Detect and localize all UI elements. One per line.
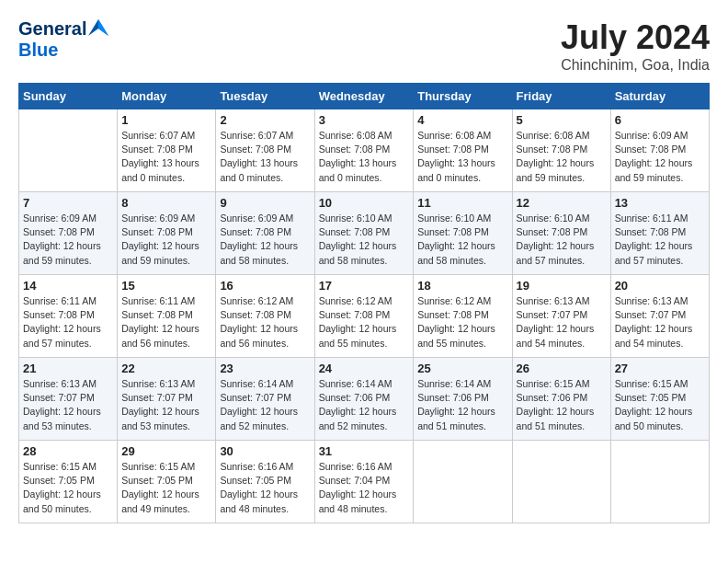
day-number: 27 (615, 362, 705, 375)
day-detail: Sunrise: 6:07 AMSunset: 7:08 PMDaylight:… (220, 129, 310, 185)
day-detail: Sunrise: 6:08 AMSunset: 7:08 PMDaylight:… (319, 129, 410, 185)
day-number: 18 (417, 279, 507, 293)
calendar-cell: 11Sunrise: 6:10 AMSunset: 7:08 PMDayligh… (414, 192, 512, 275)
calendar-cell: 1Sunrise: 6:07 AMSunset: 7:08 PMDaylight… (118, 109, 216, 192)
col-header-sunday: Sunday (19, 84, 118, 109)
day-detail: Sunrise: 6:13 AMSunset: 7:07 PMDaylight:… (517, 294, 607, 350)
calendar-cell (414, 441, 512, 523)
day-detail: Sunrise: 6:10 AMSunset: 7:08 PMDaylight:… (417, 212, 507, 268)
day-number: 2 (220, 113, 310, 127)
calendar-cell: 28Sunrise: 6:15 AMSunset: 7:05 PMDayligh… (19, 441, 118, 523)
day-number: 7 (23, 196, 113, 210)
calendar-cell: 21Sunrise: 6:13 AMSunset: 7:07 PMDayligh… (19, 358, 118, 441)
day-number: 29 (121, 444, 211, 458)
day-number: 20 (615, 279, 705, 293)
day-detail: Sunrise: 6:13 AMSunset: 7:07 PMDaylight:… (23, 377, 113, 433)
day-number: 5 (517, 113, 607, 127)
calendar-cell: 27Sunrise: 6:15 AMSunset: 7:05 PMDayligh… (610, 358, 709, 441)
calendar-week-row: 21Sunrise: 6:13 AMSunset: 7:07 PMDayligh… (19, 358, 710, 441)
day-detail: Sunrise: 6:11 AMSunset: 7:08 PMDaylight:… (615, 212, 705, 268)
day-number: 31 (319, 444, 410, 458)
calendar-cell: 4Sunrise: 6:08 AMSunset: 7:08 PMDaylight… (414, 109, 512, 192)
day-number: 22 (121, 362, 211, 375)
day-number: 12 (517, 196, 607, 210)
logo-blue-text: Blue (18, 40, 58, 60)
calendar-cell: 2Sunrise: 6:07 AMSunset: 7:08 PMDaylight… (216, 109, 314, 192)
col-header-thursday: Thursday (414, 84, 512, 109)
day-detail: Sunrise: 6:07 AMSunset: 7:08 PMDaylight:… (121, 129, 211, 185)
col-header-monday: Monday (118, 84, 216, 109)
day-number: 15 (121, 279, 211, 293)
day-number: 10 (319, 196, 410, 210)
day-detail: Sunrise: 6:09 AMSunset: 7:08 PMDaylight:… (615, 129, 705, 185)
calendar-cell: 18Sunrise: 6:12 AMSunset: 7:08 PMDayligh… (414, 275, 512, 358)
col-header-wednesday: Wednesday (314, 84, 414, 109)
col-header-tuesday: Tuesday (216, 84, 314, 109)
day-detail: Sunrise: 6:15 AMSunset: 7:05 PMDaylight:… (121, 460, 211, 516)
calendar-cell: 15Sunrise: 6:11 AMSunset: 7:08 PMDayligh… (118, 275, 216, 358)
day-detail: Sunrise: 6:09 AMSunset: 7:08 PMDaylight:… (23, 212, 113, 268)
calendar-header-row: SundayMondayTuesdayWednesdayThursdayFrid… (19, 84, 710, 109)
page-header: General Blue July 2024 Chinchinim, Goa, … (18, 18, 710, 74)
day-detail: Sunrise: 6:10 AMSunset: 7:08 PMDaylight:… (319, 212, 410, 268)
day-number: 24 (319, 362, 410, 375)
day-detail: Sunrise: 6:10 AMSunset: 7:08 PMDaylight:… (517, 212, 607, 268)
col-header-saturday: Saturday (610, 84, 709, 109)
day-detail: Sunrise: 6:12 AMSunset: 7:08 PMDaylight:… (220, 294, 310, 350)
calendar-cell: 23Sunrise: 6:14 AMSunset: 7:07 PMDayligh… (216, 358, 314, 441)
day-detail: Sunrise: 6:15 AMSunset: 7:05 PMDaylight:… (615, 377, 705, 433)
calendar-week-row: 7Sunrise: 6:09 AMSunset: 7:08 PMDaylight… (19, 192, 710, 275)
calendar-week-row: 28Sunrise: 6:15 AMSunset: 7:05 PMDayligh… (19, 441, 710, 523)
calendar-cell: 7Sunrise: 6:09 AMSunset: 7:08 PMDaylight… (19, 192, 118, 275)
calendar-cell: 13Sunrise: 6:11 AMSunset: 7:08 PMDayligh… (610, 192, 709, 275)
calendar-cell (512, 441, 610, 523)
day-number: 11 (417, 196, 507, 210)
calendar-table: SundayMondayTuesdayWednesdayThursdayFrid… (18, 83, 710, 523)
location-subtitle: Chinchinim, Goa, India (561, 57, 710, 74)
calendar-cell: 29Sunrise: 6:15 AMSunset: 7:05 PMDayligh… (118, 441, 216, 523)
calendar-cell: 26Sunrise: 6:15 AMSunset: 7:06 PMDayligh… (512, 358, 610, 441)
calendar-cell: 8Sunrise: 6:09 AMSunset: 7:08 PMDaylight… (118, 192, 216, 275)
logo: General Blue (18, 18, 108, 61)
day-detail: Sunrise: 6:09 AMSunset: 7:08 PMDaylight:… (121, 212, 211, 268)
calendar-cell: 9Sunrise: 6:09 AMSunset: 7:08 PMDaylight… (216, 192, 314, 275)
title-block: July 2024 Chinchinim, Goa, India (561, 18, 710, 74)
day-detail: Sunrise: 6:08 AMSunset: 7:08 PMDaylight:… (417, 129, 507, 185)
day-detail: Sunrise: 6:12 AMSunset: 7:08 PMDaylight:… (319, 294, 410, 350)
day-detail: Sunrise: 6:12 AMSunset: 7:08 PMDaylight:… (417, 294, 507, 350)
calendar-cell: 17Sunrise: 6:12 AMSunset: 7:08 PMDayligh… (314, 275, 414, 358)
calendar-cell: 16Sunrise: 6:12 AMSunset: 7:08 PMDayligh… (216, 275, 314, 358)
day-number: 3 (319, 113, 410, 127)
day-number: 25 (417, 362, 507, 375)
day-number: 1 (121, 113, 211, 127)
day-number: 17 (319, 279, 410, 293)
day-detail: Sunrise: 6:16 AMSunset: 7:04 PMDaylight:… (319, 460, 410, 516)
day-number: 23 (220, 362, 310, 375)
calendar-cell: 14Sunrise: 6:11 AMSunset: 7:08 PMDayligh… (19, 275, 118, 358)
calendar-cell: 12Sunrise: 6:10 AMSunset: 7:08 PMDayligh… (512, 192, 610, 275)
svg-marker-1 (98, 19, 108, 36)
day-number: 4 (417, 113, 507, 127)
calendar-cell: 5Sunrise: 6:08 AMSunset: 7:08 PMDaylight… (512, 109, 610, 192)
day-detail: Sunrise: 6:11 AMSunset: 7:08 PMDaylight:… (23, 294, 113, 350)
calendar-cell: 25Sunrise: 6:14 AMSunset: 7:06 PMDayligh… (414, 358, 512, 441)
day-number: 16 (220, 279, 310, 293)
calendar-cell: 20Sunrise: 6:13 AMSunset: 7:07 PMDayligh… (610, 275, 709, 358)
day-number: 19 (517, 279, 607, 293)
logo-general-text: General (18, 18, 86, 40)
day-number: 13 (615, 196, 705, 210)
day-detail: Sunrise: 6:16 AMSunset: 7:05 PMDaylight:… (220, 460, 310, 516)
day-number: 26 (517, 362, 607, 375)
day-number: 30 (220, 444, 310, 458)
month-year-title: July 2024 (561, 18, 710, 57)
day-detail: Sunrise: 6:14 AMSunset: 7:07 PMDaylight:… (220, 377, 310, 433)
day-number: 21 (23, 362, 113, 375)
col-header-friday: Friday (512, 84, 610, 109)
day-detail: Sunrise: 6:15 AMSunset: 7:06 PMDaylight:… (517, 377, 607, 433)
day-number: 28 (23, 444, 113, 458)
day-number: 9 (220, 196, 310, 210)
calendar-cell: 10Sunrise: 6:10 AMSunset: 7:08 PMDayligh… (314, 192, 414, 275)
day-detail: Sunrise: 6:13 AMSunset: 7:07 PMDaylight:… (121, 377, 211, 433)
calendar-cell: 3Sunrise: 6:08 AMSunset: 7:08 PMDaylight… (314, 109, 414, 192)
day-number: 6 (615, 113, 705, 127)
